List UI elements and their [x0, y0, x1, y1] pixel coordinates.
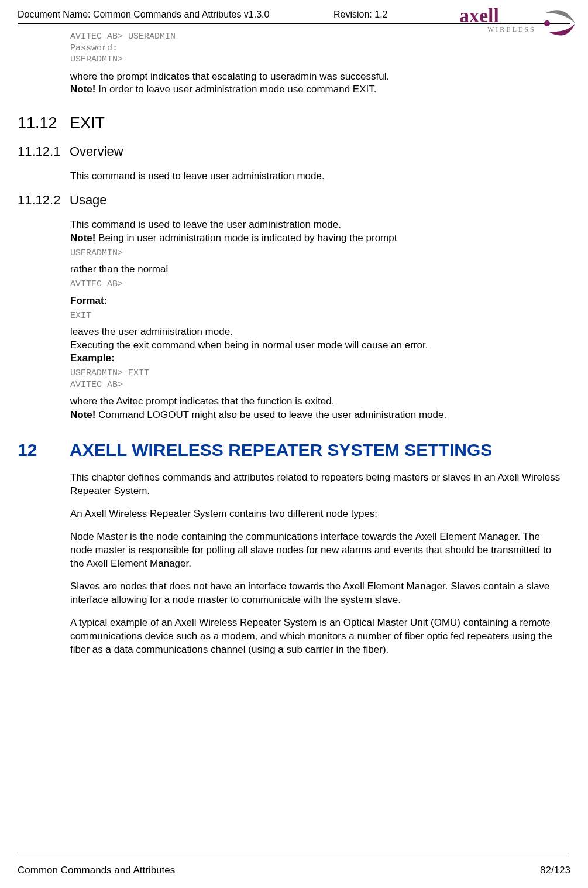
- chapter-12-heading: 12 AXELL WIRELESS REPEATER SYSTEM SETTIN…: [18, 440, 570, 461]
- overview-body: This command is used to leave user admin…: [70, 170, 565, 183]
- example-label: Example:: [70, 352, 115, 364]
- usage-note-label: Note!: [70, 232, 95, 244]
- subsection-usage-heading: 11.12.2 Usage: [18, 193, 570, 208]
- subsection-title: Overview: [70, 144, 123, 159]
- usage-note2-text: Command LOGOUT might also be used to lea…: [95, 409, 446, 420]
- revision-label: Revision: 1.2: [333, 9, 439, 20]
- section-number: 11.12: [18, 114, 61, 132]
- footer-left: Common Commands and Attributes: [18, 865, 175, 876]
- page-footer: Common Commands and Attributes 82/123: [18, 856, 570, 876]
- code-exit: EXIT: [70, 310, 565, 322]
- code-avitec-prompt: AVITEC AB>: [70, 279, 565, 290]
- brand-logo: axell WIRELESS: [459, 2, 588, 40]
- ch12-p4: Slaves are nodes that does not have an i…: [70, 580, 565, 607]
- logo-subtext: WIRELESS: [487, 25, 536, 33]
- subsection-title: Usage: [70, 193, 107, 208]
- page-content: AVITEC AB> USERADMIN Password: USERADMIN…: [18, 24, 570, 838]
- usage-p4: where the Avitec prompt indicates that t…: [70, 396, 334, 407]
- ch12-p3: Node Master is the node containing the c…: [70, 530, 565, 571]
- subsection-overview-heading: 11.12.1 Overview: [18, 144, 570, 159]
- ch12-p5: A typical example of an Axell Wireless R…: [70, 616, 565, 657]
- logo-text: axell: [459, 5, 499, 26]
- usage-note2-label: Note!: [70, 409, 95, 420]
- intro-note-text: In order to leave user administration mo…: [95, 84, 376, 95]
- section-title: EXIT: [70, 114, 105, 132]
- document-name: Document Name: Common Commands and Attri…: [18, 9, 322, 20]
- format-label: Format:: [70, 294, 565, 308]
- code-useradmin-prompt: USERADMIN>: [70, 248, 565, 259]
- usage-p3b: Executing the exit command when being in…: [70, 340, 428, 351]
- subsection-number: 11.12.1: [18, 144, 61, 159]
- intro-note-label: Note!: [70, 84, 95, 95]
- chapter-title: AXELL WIRELESS REPEATER SYSTEM SETTINGS: [70, 440, 570, 461]
- footer-page-number: 82/123: [540, 865, 570, 876]
- usage-p3a: leaves the user administration mode.: [70, 326, 233, 337]
- usage-note-text: Being in user administration mode is ind…: [95, 232, 397, 244]
- ch12-p2: An Axell Wireless Repeater System contai…: [70, 508, 565, 521]
- axell-logo-icon: axell WIRELESS: [459, 2, 588, 37]
- code-example-exit: USERADMIN> EXIT AVITEC AB>: [70, 368, 565, 390]
- chapter-number: 12: [18, 440, 61, 460]
- subsection-number: 11.12.2: [18, 193, 61, 208]
- section-exit-heading: 11.12 EXIT: [18, 114, 570, 132]
- intro-line1: where the prompt indicates that escalati…: [70, 71, 389, 82]
- svg-point-0: [544, 20, 550, 26]
- usage-p1: This command is used to leave the user a…: [70, 219, 341, 230]
- usage-p2: rather than the normal: [70, 263, 565, 276]
- ch12-p1: This chapter defines commands and attrib…: [70, 471, 565, 498]
- page-header: Document Name: Common Commands and Attri…: [18, 9, 570, 24]
